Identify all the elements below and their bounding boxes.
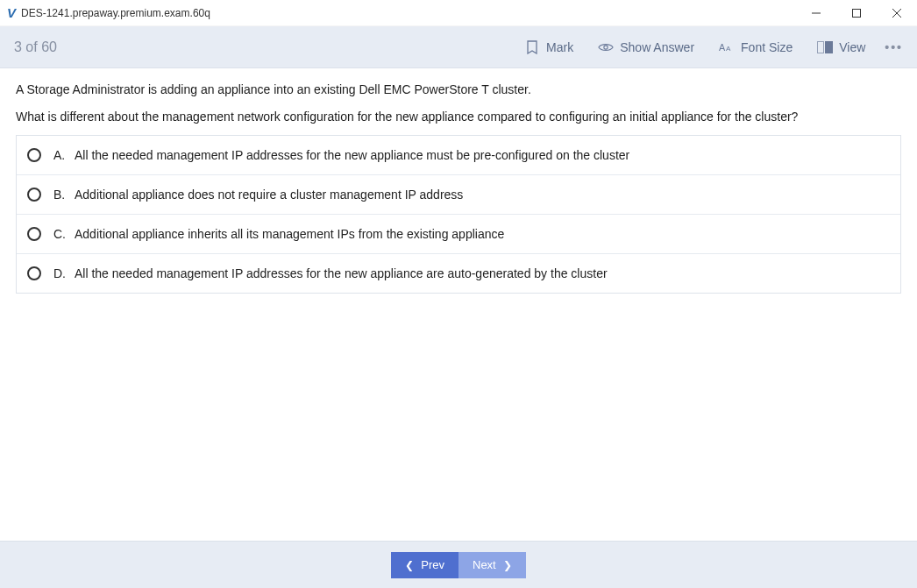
- window-title: DES-1241.prepaway.premium.exam.60q: [21, 7, 210, 19]
- chevron-right-icon: ❯: [503, 559, 512, 571]
- option-text: Additional appliance does not require a …: [75, 188, 463, 202]
- view-layout-icon: [817, 39, 833, 55]
- question-text-line-1: A Storage Administrator is adding an app…: [16, 81, 901, 99]
- radio-icon: [27, 266, 41, 280]
- eye-icon: [598, 39, 614, 55]
- option-text: All the needed management IP addresses f…: [75, 148, 629, 162]
- prev-label: Prev: [421, 558, 444, 571]
- more-icon: •••: [885, 40, 903, 54]
- question-counter: 3 of 60: [14, 39, 57, 55]
- show-answer-label: Show Answer: [620, 40, 694, 54]
- options-list: A. All the needed management IP addresse…: [16, 135, 901, 294]
- svg-rect-7: [818, 41, 824, 53]
- svg-point-4: [604, 45, 608, 48]
- maximize-icon: [852, 9, 861, 18]
- svg-text:A: A: [719, 42, 726, 53]
- svg-rect-1: [853, 9, 861, 17]
- option-text: Additional appliance inherits all its ma…: [75, 227, 504, 241]
- mark-label: Mark: [546, 40, 573, 54]
- chevron-left-icon: ❮: [405, 559, 414, 571]
- prev-button[interactable]: ❮ Prev: [391, 552, 458, 578]
- view-button[interactable]: View: [817, 39, 865, 55]
- svg-text:A: A: [726, 45, 731, 53]
- titlebar: V DES-1241.prepaway.premium.exam.60q: [0, 0, 917, 26]
- window-minimize-button[interactable]: [796, 0, 836, 26]
- font-size-label: Font Size: [741, 40, 793, 54]
- window-maximize-button[interactable]: [836, 0, 877, 26]
- option-letter: A.: [53, 148, 68, 162]
- font-size-button[interactable]: AA Font Size: [719, 39, 793, 55]
- option-text: All the needed management IP addresses f…: [75, 266, 608, 280]
- close-icon: [892, 9, 901, 18]
- option-c[interactable]: C. Additional appliance inherits all its…: [17, 214, 900, 253]
- radio-icon: [27, 188, 41, 202]
- bookmark-icon: [524, 39, 540, 55]
- question-text-line-2: What is different about the management n…: [16, 108, 901, 126]
- option-a[interactable]: A. All the needed management IP addresse…: [17, 136, 900, 174]
- option-letter: D.: [53, 266, 68, 280]
- radio-icon: [27, 227, 41, 241]
- svg-rect-8: [826, 41, 833, 53]
- next-label: Next: [473, 558, 496, 571]
- view-label: View: [839, 40, 865, 54]
- option-d[interactable]: D. All the needed management IP addresse…: [17, 253, 900, 293]
- font-size-icon: AA: [719, 39, 735, 55]
- option-letter: C.: [53, 227, 68, 241]
- radio-icon: [27, 148, 41, 162]
- show-answer-button[interactable]: Show Answer: [598, 39, 694, 55]
- option-b[interactable]: B. Additional appliance does not require…: [17, 174, 900, 214]
- option-letter: B.: [53, 188, 68, 202]
- window-close-button[interactable]: [877, 0, 917, 26]
- question-area: A Storage Administrator is adding an app…: [0, 68, 917, 294]
- mark-button[interactable]: Mark: [524, 39, 573, 55]
- minimize-icon: [812, 9, 821, 18]
- next-button[interactable]: Next ❯: [458, 552, 526, 578]
- footer-nav: ❮ Prev Next ❯: [0, 541, 917, 588]
- more-options-button[interactable]: •••: [885, 40, 903, 54]
- app-logo-icon: V: [7, 5, 16, 20]
- toolbar: 3 of 60 Mark Show Answer AA Font Size Vi…: [0, 26, 917, 68]
